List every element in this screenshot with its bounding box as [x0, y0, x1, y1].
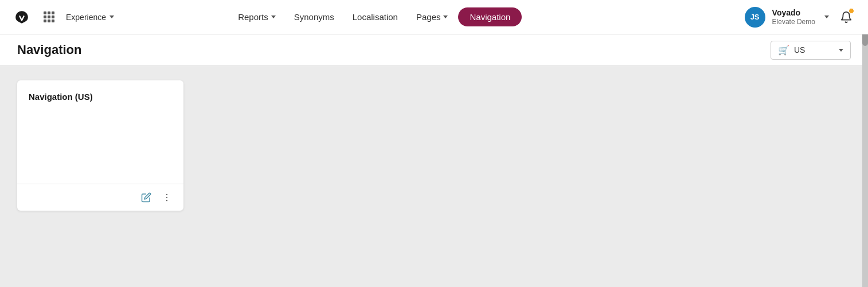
avatar: JS: [745, 7, 765, 28]
header-left: Experience: [11, 7, 119, 28]
locale-selector-inner: 🛒 US: [778, 45, 805, 56]
more-options-button[interactable]: [159, 190, 174, 205]
nav-label-reports: Reports: [238, 12, 268, 22]
nav-item-pages[interactable]: Pages: [408, 7, 456, 26]
scrollbar[interactable]: [862, 0, 868, 287]
apps-grid-icon[interactable]: [44, 11, 54, 22]
navigation-card: Navigation (US): [17, 80, 183, 211]
nav-card-footer: [17, 184, 183, 211]
header: Experience Reports Synonyms Localisation…: [0, 0, 868, 34]
pencil-icon: [141, 192, 151, 203]
nav-label-navigation: Navigation: [470, 12, 510, 22]
notification-button[interactable]: [836, 7, 857, 28]
pages-chevron-icon: [443, 15, 448, 18]
main-nav: Reports Synonyms Localisation Pages Navi…: [230, 7, 522, 26]
nav-label-pages: Pages: [416, 12, 441, 22]
nav-label-localisation: Localisation: [353, 12, 398, 22]
experience-button[interactable]: Experience: [61, 9, 119, 25]
locale-text: US: [794, 45, 805, 55]
user-info[interactable]: Voyado Elevate Demo: [772, 8, 815, 26]
sub-header: Navigation 🛒 US: [0, 34, 868, 66]
svg-point-2: [166, 200, 167, 201]
nav-item-navigation[interactable]: Navigation: [458, 7, 522, 26]
locale-chevron-icon: [839, 49, 843, 52]
voyado-logo: [11, 7, 32, 28]
locale-selector[interactable]: 🛒 US: [771, 41, 851, 60]
nav-card-body: Navigation (US): [17, 80, 183, 184]
header-right: JS Voyado Elevate Demo: [745, 7, 857, 28]
user-dropdown-chevron-icon[interactable]: [824, 15, 829, 18]
user-subtitle: Elevate Demo: [772, 18, 815, 26]
avatar-initials: JS: [750, 13, 760, 21]
experience-chevron-icon: [110, 15, 114, 18]
basket-icon: 🛒: [778, 45, 789, 56]
nav-item-localisation[interactable]: Localisation: [345, 7, 406, 26]
user-name: Voyado: [772, 8, 815, 18]
nav-item-reports[interactable]: Reports: [230, 7, 284, 26]
svg-point-0: [166, 194, 167, 195]
page-title: Navigation: [17, 42, 81, 57]
reports-chevron-icon: [271, 15, 276, 18]
experience-label: Experience: [66, 13, 106, 22]
nav-item-synonyms[interactable]: Synonyms: [286, 7, 342, 26]
nav-label-synonyms: Synonyms: [294, 12, 334, 22]
main-content: Navigation (US): [0, 66, 868, 287]
more-vert-icon: [162, 192, 172, 203]
svg-point-1: [166, 197, 167, 198]
edit-button[interactable]: [139, 190, 154, 205]
nav-card-title: Navigation (US): [29, 92, 93, 102]
notification-badge: [849, 8, 854, 14]
